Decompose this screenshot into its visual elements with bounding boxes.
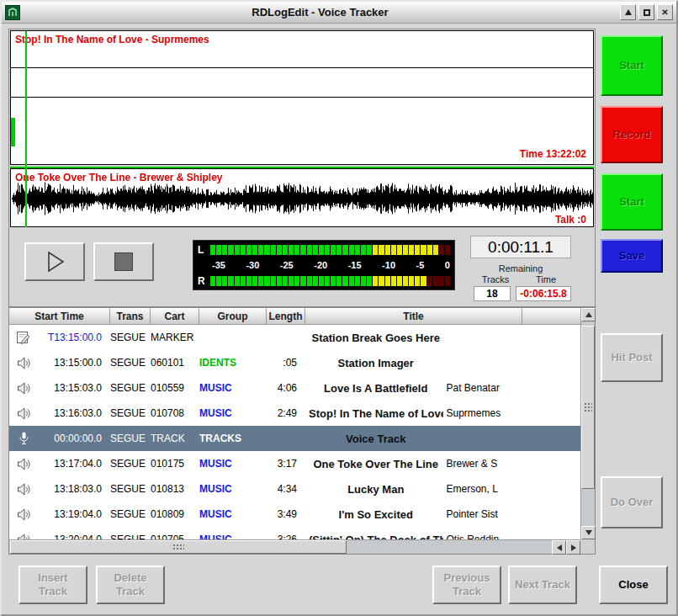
column-header-start-time[interactable]: Start Time bbox=[9, 308, 110, 325]
row-trans: SEGUE bbox=[110, 458, 151, 470]
row-cart: 010813 bbox=[151, 483, 199, 495]
speaker-icon bbox=[9, 357, 38, 369]
track2-title: One Toke Over The Line - Brewer & Shiple… bbox=[15, 172, 223, 183]
track1-bottom-band: Time 13:22:02 bbox=[11, 98, 593, 162]
row-start-time: 13:18:03.0 bbox=[38, 483, 110, 495]
start-record-button[interactable]: Start bbox=[601, 35, 663, 96]
close-window-button[interactable]: ✕ bbox=[657, 4, 673, 20]
vertical-scroll-thumb[interactable] bbox=[581, 326, 595, 489]
shade-button[interactable] bbox=[620, 4, 636, 20]
row-artist: Suprmemes bbox=[443, 407, 581, 419]
insert-track-button[interactable]: Insert Track bbox=[19, 566, 87, 604]
row-title: (Sittin' On) The Dock of The Bay bbox=[305, 534, 443, 540]
row-title: Station Imager bbox=[305, 357, 443, 369]
column-header-group[interactable]: Group bbox=[199, 308, 267, 325]
table-row[interactable]: 13:19:04.0SEGUE010809MUSIC3:49I'm So Exc… bbox=[9, 502, 580, 527]
row-cart: 010708 bbox=[151, 407, 199, 419]
row-start-time: 13:20:04.0 bbox=[38, 534, 110, 539]
delete-track-button[interactable]: Delete Track bbox=[96, 566, 165, 604]
track1-waveform-panel[interactable]: Stop! In The Name of Love - Suprmemes Ti… bbox=[10, 30, 594, 165]
next-track-button[interactable]: Next Track bbox=[508, 566, 577, 604]
column-header-artist[interactable] bbox=[522, 308, 580, 325]
left-arrow-icon bbox=[554, 544, 562, 551]
titlebar[interactable]: RDLogEdit - Voice Tracker ✕ bbox=[2, 2, 676, 24]
row-cart: MARKER bbox=[151, 332, 199, 343]
thumb-grip bbox=[584, 402, 592, 412]
track1-title-band: Stop! In The Name of Love - Suprmemes bbox=[11, 31, 593, 68]
save-button[interactable]: Save bbox=[601, 239, 663, 273]
meter-right-bar bbox=[210, 276, 450, 286]
track-start-marker bbox=[11, 118, 15, 146]
row-cart: 010705 bbox=[151, 534, 199, 539]
vertical-scroll-track[interactable] bbox=[581, 321, 595, 526]
stop-icon bbox=[114, 252, 133, 271]
row-title: Stop! In The Name of Love bbox=[305, 407, 443, 420]
table-row[interactable]: 13:17:04.0SEGUE010175MUSIC3:17One Toke O… bbox=[9, 451, 580, 476]
table-row[interactable]: 13:20:04.0SEGUE010705MUSIC3:26(Sittin' O… bbox=[9, 527, 580, 539]
previous-track-button[interactable]: Previous Track bbox=[432, 566, 501, 604]
column-header-cart[interactable]: Cart bbox=[151, 308, 199, 325]
track2-talk-label: Talk :0 bbox=[555, 214, 586, 226]
row-artist: Pointer Sist bbox=[443, 508, 581, 520]
row-trans: SEGUE bbox=[110, 357, 151, 369]
scroll-right-button[interactable] bbox=[566, 540, 580, 555]
table-row[interactable]: 13:16:03.0SEGUE010708MUSIC2:49Stop! In T… bbox=[9, 401, 580, 426]
row-length: 4:06 bbox=[267, 382, 305, 394]
meter-left-label: L bbox=[198, 244, 210, 256]
horizontal-scrollbar[interactable] bbox=[9, 539, 580, 554]
row-cart: 010559 bbox=[151, 382, 199, 394]
do-over-button[interactable]: Do Over bbox=[601, 476, 663, 528]
speaker-icon bbox=[9, 407, 38, 420]
table-row[interactable]: 13:18:03.0SEGUE010813MUSIC4:34Lucky ManE… bbox=[9, 476, 580, 502]
row-length: 4:34 bbox=[267, 483, 305, 495]
row-group: MUSIC bbox=[199, 534, 267, 539]
table-row[interactable]: 13:15:03.0SEGUE010559MUSIC4:06Love Is A … bbox=[9, 375, 580, 401]
tracks-remaining-label: Tracks bbox=[470, 274, 521, 284]
scrollbar-corner bbox=[580, 539, 595, 554]
row-title: I'm So Excited bbox=[305, 508, 443, 521]
vertical-scrollbar[interactable] bbox=[580, 308, 595, 539]
stop-button[interactable] bbox=[93, 242, 154, 281]
scroll-up-button[interactable] bbox=[581, 308, 596, 321]
row-title: One Toke Over The Line bbox=[305, 458, 443, 470]
column-header-trans[interactable]: Trans bbox=[110, 308, 151, 325]
table-row[interactable]: T13:15:00.0SEGUEMARKERStation Break Goes… bbox=[9, 325, 580, 350]
table-row[interactable]: 13:15:00.0SEGUE060101IDENTS:05Station Im… bbox=[9, 350, 580, 375]
row-title: Voice Track bbox=[305, 433, 443, 445]
speaker-icon bbox=[9, 508, 38, 521]
row-start-time: 13:15:00.0 bbox=[38, 357, 110, 369]
segue-marker-line bbox=[10, 167, 594, 168]
row-trans: SEGUE bbox=[110, 534, 151, 539]
track2-waveform bbox=[11, 180, 593, 217]
track2-waveform-panel[interactable]: One Toke Over The Line - Brewer & Shiple… bbox=[10, 168, 594, 227]
scroll-left-button[interactable] bbox=[552, 540, 566, 555]
table-row[interactable]: 00:00:00.0SEGUETRACKTRACKSVoice Track bbox=[9, 426, 580, 451]
record-button[interactable]: Record bbox=[601, 106, 663, 163]
row-trans: SEGUE bbox=[110, 332, 151, 343]
row-start-time: 13:17:04.0 bbox=[38, 458, 110, 470]
play-button[interactable] bbox=[24, 242, 85, 281]
maximize-button[interactable] bbox=[638, 4, 654, 20]
column-header-length[interactable]: Length bbox=[267, 308, 305, 325]
meter-right-label: R bbox=[198, 275, 210, 287]
row-trans: SEGUE bbox=[110, 407, 151, 419]
row-trans: SEGUE bbox=[110, 433, 151, 444]
start-playback-button[interactable]: Start bbox=[601, 173, 663, 231]
playback-cursor bbox=[25, 31, 27, 227]
time-remaining-label: Time bbox=[521, 274, 571, 284]
row-group: MUSIC bbox=[199, 508, 267, 520]
horizontal-scroll-track[interactable] bbox=[9, 540, 552, 554]
scroll-down-button[interactable] bbox=[581, 526, 596, 539]
horizontal-scroll-thumb[interactable] bbox=[10, 540, 347, 554]
meter-left-bar bbox=[210, 245, 450, 255]
row-start-time: T13:15:00.0 bbox=[38, 332, 110, 343]
row-title: Station Break Goes Here bbox=[305, 332, 443, 344]
close-button[interactable]: Close bbox=[599, 566, 668, 604]
column-header-title[interactable]: Title bbox=[305, 308, 522, 325]
row-group: IDENTS bbox=[199, 357, 267, 369]
row-group: TRACKS bbox=[199, 433, 267, 444]
app-icon bbox=[5, 5, 20, 20]
speaker-icon bbox=[9, 483, 38, 496]
log-table: Start Time Trans Cart Group Length Title… bbox=[8, 307, 596, 555]
hit-post-button[interactable]: Hit Post bbox=[601, 333, 663, 382]
